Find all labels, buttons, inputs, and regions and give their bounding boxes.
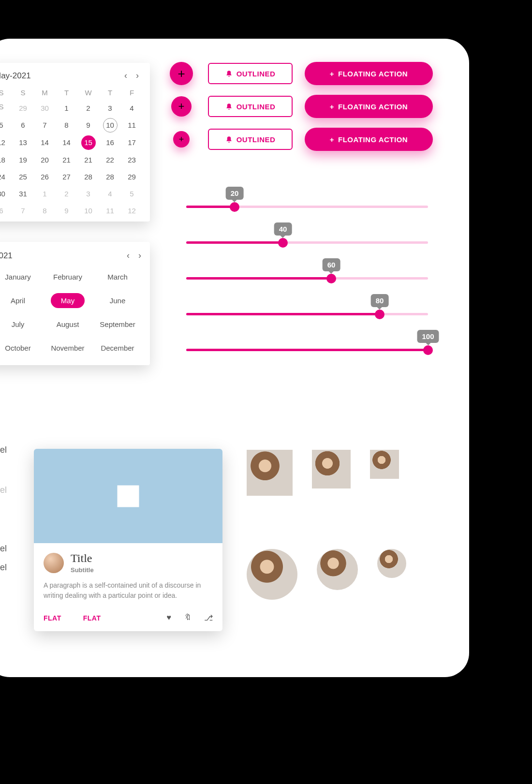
month-cell[interactable]: July xyxy=(0,317,42,332)
slider-thumb[interactable] xyxy=(230,202,239,212)
month-cell[interactable]: August xyxy=(44,317,91,332)
calendar-day[interactable]: 31 xyxy=(12,185,34,202)
outlined-label: OUTLINED xyxy=(236,135,276,144)
calendar-day[interactable]: 5 xyxy=(121,185,143,202)
calendar-day[interactable]: 8 xyxy=(56,117,77,134)
calendar-day[interactable]: 9 xyxy=(56,202,77,219)
radio-label-1: Label xyxy=(0,544,12,554)
month-cell[interactable]: October xyxy=(0,340,42,355)
calendar-day[interactable]: 25 xyxy=(12,168,34,185)
month-cell[interactable]: November xyxy=(44,340,91,355)
month-cell[interactable]: June xyxy=(94,293,141,308)
calendar-day[interactable]: 23 xyxy=(121,151,143,168)
calendar-day[interactable]: 30 xyxy=(0,185,12,202)
calendar-day[interactable]: 17 xyxy=(121,134,143,151)
calendar-day[interactable]: 1 xyxy=(56,100,77,117)
slider-thumb[interactable] xyxy=(375,310,384,319)
slider[interactable]: 80 xyxy=(186,296,428,332)
avatar-round-medium xyxy=(317,549,358,590)
calendar-day[interactable]: 19 xyxy=(12,151,34,168)
month-cell[interactable]: March xyxy=(94,269,141,284)
calendar-day[interactable]: 3 xyxy=(99,100,121,117)
calendar-day[interactable]: 7 xyxy=(34,117,56,134)
calendar-day[interactable]: 11 xyxy=(121,117,143,134)
calendar-day[interactable]: 13 xyxy=(12,134,34,151)
slider[interactable]: 100 xyxy=(186,332,428,368)
month-cell[interactable]: February xyxy=(44,269,91,284)
calendar-day[interactable]: 30 xyxy=(34,100,56,117)
calendar-day[interactable]: 26 xyxy=(34,168,56,185)
calendar-day[interactable]: 4 xyxy=(121,100,143,117)
slider-thumb[interactable] xyxy=(326,274,336,283)
media-card: Title Subtitle A paragraph is a self-con… xyxy=(34,449,222,631)
calendar-day[interactable]: 20 xyxy=(34,151,56,168)
calendar-prev[interactable]: ‹ xyxy=(124,71,127,81)
calendar-day[interactable]: 4 xyxy=(99,185,121,202)
calendar-next[interactable]: › xyxy=(136,71,139,81)
calendar-day[interactable]: 10 xyxy=(103,118,118,133)
calendar-day[interactable]: 2 xyxy=(77,100,99,117)
bell-icon xyxy=(225,136,233,143)
month-cell[interactable]: September xyxy=(94,317,141,332)
slider[interactable]: 60 xyxy=(186,260,428,296)
calendar-day[interactable]: 6 xyxy=(12,117,34,134)
calendar-day[interactable]: 12 xyxy=(121,202,143,219)
slider-thumb[interactable] xyxy=(278,238,288,248)
flat-button-2[interactable]: FLAT xyxy=(83,614,101,622)
share-icon[interactable]: ⎇ xyxy=(204,613,213,622)
calendar-day[interactable]: 16 xyxy=(99,134,121,151)
fab-large[interactable]: + xyxy=(170,62,193,85)
slider[interactable]: 40 xyxy=(186,224,428,260)
calendar-day[interactable]: 9 xyxy=(77,117,99,134)
month-cell[interactable]: May xyxy=(51,293,85,308)
calendar-day[interactable]: 18 xyxy=(0,151,12,168)
calendar-day[interactable]: 10 xyxy=(77,202,99,219)
calendar-day[interactable]: 14 xyxy=(56,134,77,151)
calendar-day[interactable]: 6 xyxy=(0,202,12,219)
slider[interactable]: 20 xyxy=(186,189,428,224)
calendar-day[interactable]: 21 xyxy=(77,151,99,168)
bookmark-icon[interactable]: 🔖︎ xyxy=(184,613,192,622)
flat-button-1[interactable]: FLAT xyxy=(44,614,61,622)
calendar-day[interactable]: 24 xyxy=(0,168,12,185)
fab-medium[interactable]: + xyxy=(171,96,192,117)
card-title: Title xyxy=(71,552,94,565)
month-prev[interactable]: ‹ xyxy=(127,251,130,261)
outlined-button-3[interactable]: OUTLINED xyxy=(208,129,293,150)
calendar-day[interactable]: 5 xyxy=(0,117,12,134)
calendar-day[interactable]: 29 xyxy=(12,100,34,117)
heart-icon[interactable]: ♥ xyxy=(167,613,172,622)
floating-action-2[interactable]: + FLOATING ACTION xyxy=(305,95,433,118)
month-next[interactable]: › xyxy=(138,251,141,261)
calendar-day[interactable]: 22 xyxy=(99,151,121,168)
weekday-header: W xyxy=(77,86,99,100)
calendar-day[interactable]: 21 xyxy=(56,151,77,168)
calendar-day[interactable]: 8 xyxy=(34,202,56,219)
calendar-day[interactable]: 27 xyxy=(56,168,77,185)
month-cell[interactable]: April xyxy=(0,293,42,308)
calendar-day[interactable]: 1 xyxy=(34,185,56,202)
month-cell[interactable]: December xyxy=(94,340,141,355)
calendar-day[interactable]: 2 xyxy=(56,185,77,202)
fab-small[interactable]: + xyxy=(173,131,190,148)
slider-thumb[interactable] xyxy=(423,345,433,355)
calendar-day[interactable]: 11 xyxy=(99,202,121,219)
calendar-day[interactable]: 28 xyxy=(99,168,121,185)
floating-action-1[interactable]: + FLOATING ACTION xyxy=(305,62,433,85)
floating-action-3[interactable]: + FLOATING ACTION xyxy=(305,128,433,151)
weekday-header: S xyxy=(12,86,34,100)
weekday-header: S xyxy=(0,100,12,117)
checkbox-label-2: Label xyxy=(0,485,12,495)
calendar-day[interactable]: 15 xyxy=(81,135,96,150)
card-subtitle: Subtitle xyxy=(71,566,94,574)
calendar-day[interactable]: 28 xyxy=(77,168,99,185)
outlined-button-1[interactable]: OUTLINED xyxy=(208,63,293,84)
floating-label: FLOATING ACTION xyxy=(338,103,408,111)
calendar-day[interactable]: 7 xyxy=(12,202,34,219)
calendar-day[interactable]: 3 xyxy=(77,185,99,202)
calendar-day[interactable]: 12 xyxy=(0,134,12,151)
month-cell[interactable]: January xyxy=(0,269,42,284)
outlined-button-2[interactable]: OUTLINED xyxy=(208,96,293,117)
calendar-day[interactable]: 14 xyxy=(34,134,56,151)
calendar-day[interactable]: 29 xyxy=(121,168,143,185)
